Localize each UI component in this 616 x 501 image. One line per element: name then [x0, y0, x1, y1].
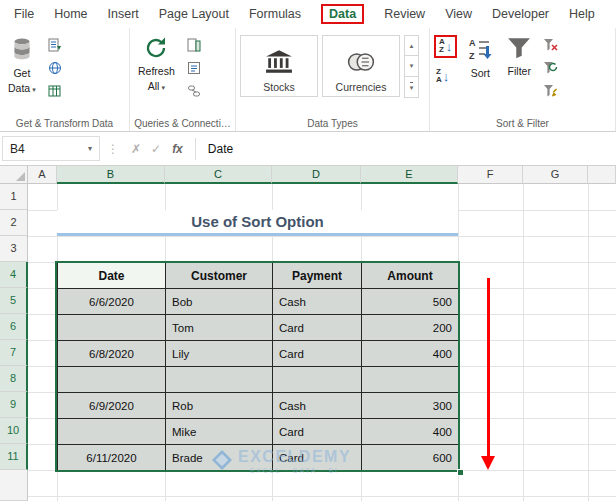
cell-C11[interactable]: Brade — [166, 445, 273, 471]
tab-home[interactable]: Home — [54, 7, 87, 21]
gallery-scroll-down-icon[interactable]: ▾ — [404, 56, 419, 77]
cell-B7[interactable]: 6/8/2020 — [58, 341, 166, 367]
cell-C6[interactable]: Tom — [166, 315, 273, 341]
cell-D10[interactable]: Card — [273, 419, 362, 445]
cell-D8[interactable] — [273, 367, 362, 393]
currencies-data-type-card[interactable]: Currencies — [322, 35, 400, 97]
cell-E10[interactable]: 400 — [362, 419, 459, 445]
cell-D6[interactable]: Card — [273, 315, 362, 341]
refresh-all-label-line2: All▾ — [148, 80, 165, 93]
svg-text:Z: Z — [469, 51, 475, 61]
sort-az-letters: AZ — [439, 38, 445, 55]
group-sort-filter: AZ ↓ ZA ↓ AZ Sort Filter — [430, 28, 616, 131]
get-data-button[interactable]: Get Data▾ — [4, 33, 40, 98]
column-header-B[interactable]: B — [57, 166, 165, 184]
row-header-2[interactable]: 2 — [0, 210, 28, 236]
cell-E9[interactable]: 300 — [362, 393, 459, 419]
row-header-4[interactable]: 4 — [0, 262, 28, 288]
cell-B11[interactable]: 6/11/2020 — [58, 445, 166, 471]
cell-C10[interactable]: Mike — [166, 419, 273, 445]
cell-D4[interactable]: Payment — [273, 263, 362, 289]
tab-review[interactable]: Review — [384, 7, 425, 21]
row-header-9[interactable]: 9 — [0, 392, 28, 418]
refresh-all-button[interactable]: Refresh All▾ — [134, 33, 179, 96]
cell-E7[interactable]: 400 — [362, 341, 459, 367]
tab-insert[interactable]: Insert — [108, 7, 139, 21]
stocks-data-type-card[interactable]: Stocks — [240, 35, 318, 97]
cell-D5[interactable]: Cash — [273, 289, 362, 315]
from-web-icon[interactable] — [46, 60, 64, 75]
row-header-7[interactable]: 7 — [0, 340, 28, 366]
sheet-title-cell[interactable]: Use of Sort Option — [57, 210, 458, 236]
enter-icon[interactable]: ✓ — [151, 142, 161, 156]
select-all-corner[interactable] — [0, 166, 28, 184]
reapply-filter-icon[interactable] — [541, 60, 559, 75]
cell-C5[interactable]: Bob — [166, 289, 273, 315]
gallery-scroll-up-icon[interactable]: ▴ — [404, 35, 419, 56]
cell-C8[interactable] — [166, 367, 273, 393]
cell-C9[interactable]: Rob — [166, 393, 273, 419]
fill-handle[interactable] — [457, 469, 464, 476]
tab-help[interactable]: Help — [569, 7, 595, 21]
cell-D11[interactable]: Card — [273, 445, 362, 471]
insert-function-icon[interactable]: fx — [172, 142, 183, 156]
name-box-dropdown-icon[interactable]: ▾ — [88, 144, 92, 153]
from-text-csv-icon[interactable] — [46, 37, 64, 52]
column-header-G[interactable]: G — [523, 166, 588, 184]
cell-C4[interactable]: Customer — [166, 263, 273, 289]
column-header-D[interactable]: D — [272, 166, 361, 184]
sort-ascending-button[interactable]: AZ ↓ — [437, 37, 454, 56]
column-header-C[interactable]: C — [165, 166, 272, 184]
group-label-data-types: Data Types — [236, 118, 429, 129]
advanced-filter-icon[interactable] — [541, 83, 559, 98]
cell-C7[interactable]: Lily — [166, 341, 273, 367]
cancel-icon[interactable]: ✗ — [131, 142, 141, 156]
cell-B8[interactable] — [58, 367, 166, 393]
sort-down-arrow-icon: ↓ — [443, 70, 450, 83]
cell-D9[interactable]: Cash — [273, 393, 362, 419]
sort-descending-button[interactable]: ZA ↓ — [434, 67, 457, 86]
cell-B5[interactable]: 6/6/2020 — [58, 289, 166, 315]
row-header-11[interactable]: 11 — [0, 444, 28, 470]
cell-B6[interactable] — [58, 315, 166, 341]
cell-B9[interactable]: 6/9/2020 — [58, 393, 166, 419]
tab-developer[interactable]: Developer — [492, 7, 549, 21]
row-header-1[interactable]: 1 — [0, 184, 28, 210]
tab-file[interactable]: File — [14, 7, 34, 21]
row-header-3[interactable]: 3 — [0, 236, 28, 262]
cell-E8[interactable] — [362, 367, 459, 393]
cell-E11[interactable]: 600 — [362, 445, 459, 471]
tab-view[interactable]: View — [445, 7, 472, 21]
tab-data[interactable]: Data — [321, 4, 364, 24]
formula-bar-divider — [195, 138, 196, 160]
clear-filter-icon[interactable] — [541, 37, 559, 52]
worksheet-grid: A B C D E F G 1 2 3 4 5 6 7 8 9 10 11 Us… — [0, 166, 616, 501]
arrow-head-icon — [481, 456, 495, 470]
edit-links-icon[interactable] — [185, 83, 203, 98]
tab-page-layout[interactable]: Page Layout — [159, 7, 229, 21]
cell-B4[interactable]: Date — [58, 263, 166, 289]
column-header-E[interactable]: E — [361, 166, 458, 184]
row-header-6[interactable]: 6 — [0, 314, 28, 340]
row-header-8[interactable]: 8 — [0, 366, 28, 392]
cell-B10[interactable] — [58, 419, 166, 445]
name-box[interactable]: B4 ▾ — [2, 136, 100, 161]
sort-button[interactable]: AZ Sort — [463, 33, 497, 83]
tab-formulas[interactable]: Formulas — [249, 7, 301, 21]
column-header-A[interactable]: A — [28, 166, 57, 184]
row-header-5[interactable]: 5 — [0, 288, 28, 314]
gallery-more-icon[interactable]: ▾ — [404, 77, 419, 98]
data-table: Date Customer Payment Amount 6/6/2020 Bo… — [57, 262, 459, 471]
cell-E4[interactable]: Amount — [362, 263, 459, 289]
cell-D7[interactable]: Card — [273, 341, 362, 367]
from-table-range-icon[interactable] — [46, 83, 64, 98]
cell-E6[interactable]: 200 — [362, 315, 459, 341]
cell-E5[interactable]: 500 — [362, 289, 459, 315]
queries-connections-icon[interactable] — [185, 37, 203, 52]
row-header-10[interactable]: 10 — [0, 418, 28, 444]
properties-icon[interactable] — [185, 60, 203, 75]
formula-input[interactable]: Date — [202, 142, 616, 156]
filter-button[interactable]: Filter — [503, 33, 535, 81]
column-header-F[interactable]: F — [458, 166, 523, 184]
refresh-icon — [144, 36, 168, 63]
